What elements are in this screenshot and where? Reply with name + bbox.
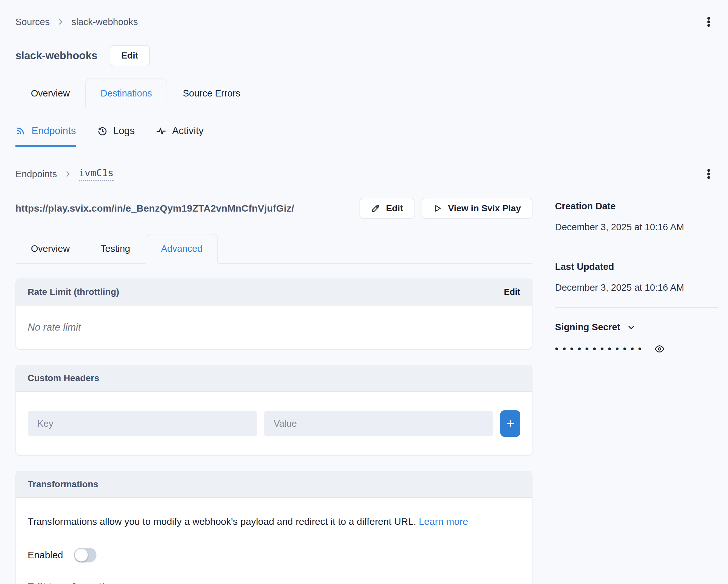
transformations-card: Transformations Transformations allow yo… xyxy=(16,471,532,584)
subtab-logs[interactable]: Logs xyxy=(97,125,135,147)
view-in-svix-play-button[interactable]: View in Svix Play xyxy=(421,198,532,219)
sidebar-divider xyxy=(555,247,718,247)
transformations-card-header: Transformations xyxy=(16,472,532,498)
breadcrumb-current: slack-webhooks xyxy=(71,17,138,27)
endpoint-sidebar: Creation Date December 3, 2025 at 10:16 … xyxy=(555,198,718,354)
enabled-label: Enabled xyxy=(28,550,63,560)
transformations-enabled-toggle[interactable] xyxy=(74,548,97,562)
rate-limit-title: Rate Limit (throttling) xyxy=(28,287,119,297)
breadcrumb-sources-link[interactable]: Sources xyxy=(16,17,50,27)
breadcrumb-endpoints-link[interactable]: Endpoints xyxy=(16,169,57,179)
endpoint-detail-page: Sources slack-webhooks slack-webhooks Ed… xyxy=(0,0,728,584)
header-value-input[interactable] xyxy=(264,411,493,436)
source-kebab-menu-icon[interactable] xyxy=(700,13,718,31)
page-title: slack-webhooks xyxy=(16,50,98,62)
history-icon xyxy=(97,126,107,136)
last-updated-section: Last Updated December 3, 2025 at 10:16 A… xyxy=(555,261,718,293)
breadcrumb: Sources slack-webhooks xyxy=(16,17,138,27)
title-row: slack-webhooks Edit xyxy=(16,45,718,66)
endpoint-id[interactable]: ivmC1s xyxy=(79,167,113,181)
tab-overview[interactable]: Overview xyxy=(16,78,85,108)
last-updated-label: Last Updated xyxy=(555,261,718,272)
subtab-endpoints-label: Endpoints xyxy=(31,125,76,137)
tab-source-errors[interactable]: Source Errors xyxy=(167,78,256,108)
header-key-input[interactable] xyxy=(28,411,257,436)
edit-source-button[interactable]: Edit xyxy=(110,45,150,66)
endpoint-url-row: https://play.svix.com/in/e_BenzQym19ZTA2… xyxy=(16,198,532,219)
rate-limit-empty-text: No rate limit xyxy=(28,322,81,333)
rate-limit-card-header: Rate Limit (throttling) Edit xyxy=(16,279,532,305)
signing-secret-value-row: •••••••••••• xyxy=(555,344,718,354)
activity-icon xyxy=(156,126,166,136)
tab-destinations[interactable]: Destinations xyxy=(85,78,167,108)
rate-limit-card: Rate Limit (throttling) Edit No rate lim… xyxy=(16,279,532,350)
view-in-svix-play-label: View in Svix Play xyxy=(448,203,521,213)
signing-secret-label: Signing Secret xyxy=(555,322,620,332)
rate-limit-edit-button[interactable]: Edit xyxy=(504,287,520,297)
subtab-activity[interactable]: Activity xyxy=(156,125,204,147)
signing-secret-mask: •••••••••••• xyxy=(555,344,646,354)
endpoint-tabbar: Overview Testing Advanced xyxy=(16,234,532,264)
tab-endpoint-advanced[interactable]: Advanced xyxy=(146,234,218,264)
transformations-description-text: Transformations allow you to modify a we… xyxy=(28,516,416,527)
tab-endpoint-testing[interactable]: Testing xyxy=(85,234,146,264)
custom-headers-card-body: + xyxy=(16,392,532,455)
rate-limit-card-body: No rate limit xyxy=(16,305,532,349)
chevron-right-icon xyxy=(64,170,72,178)
transformations-description: Transformations allow you to modify a we… xyxy=(28,514,516,530)
signing-secret-section: Signing Secret •••••••••••• xyxy=(555,322,718,354)
transformations-enabled-row: Enabled xyxy=(28,548,520,562)
creation-date-section: Creation Date December 3, 2025 at 10:16 … xyxy=(555,201,718,232)
endpoint-url-actions: Edit View in Svix Play xyxy=(360,198,532,219)
subtab-logs-label: Logs xyxy=(113,125,135,137)
source-tabbar: Overview Destinations Source Errors xyxy=(16,78,718,108)
subtab-endpoints[interactable]: Endpoints xyxy=(16,125,76,147)
learn-more-link[interactable]: Learn more xyxy=(419,516,468,527)
chevron-down-icon xyxy=(627,323,636,332)
signing-secret-toggle[interactable]: Signing Secret xyxy=(555,322,718,332)
custom-headers-card-header: Custom Headers xyxy=(16,365,532,392)
play-icon xyxy=(433,204,442,213)
subtab-activity-label: Activity xyxy=(172,125,204,137)
eye-icon[interactable] xyxy=(654,344,665,354)
custom-headers-title: Custom Headers xyxy=(28,373,99,383)
creation-date-value: December 3, 2025 at 10:16 AM xyxy=(555,222,718,232)
toggle-knob xyxy=(75,549,88,561)
top-breadcrumb-row: Sources slack-webhooks xyxy=(16,13,718,31)
last-updated-value: December 3, 2025 at 10:16 AM xyxy=(555,282,718,293)
endpoint-breadcrumb: Endpoints ivmC1s xyxy=(16,167,113,181)
main-area: https://play.svix.com/in/e_BenzQym19ZTA2… xyxy=(16,198,718,584)
custom-headers-card: Custom Headers + xyxy=(16,365,532,456)
pencil-icon xyxy=(371,204,380,213)
endpoint-main-column: https://play.svix.com/in/e_BenzQym19ZTA2… xyxy=(16,198,532,584)
endpoint-url: https://play.svix.com/in/e_BenzQym19ZTA2… xyxy=(16,203,294,214)
edit-endpoint-button[interactable]: Edit xyxy=(360,198,415,219)
edit-transformation-link[interactable]: Edit transformation xyxy=(28,581,117,584)
chevron-right-icon xyxy=(57,18,64,26)
transformations-card-body: Transformations allow you to modify a we… xyxy=(16,498,532,584)
creation-date-label: Creation Date xyxy=(555,201,718,211)
rss-icon xyxy=(16,126,26,136)
endpoint-kebab-menu-icon[interactable] xyxy=(700,165,718,183)
edit-endpoint-label: Edit xyxy=(386,203,403,213)
add-header-button[interactable]: + xyxy=(500,410,520,437)
endpoint-breadcrumb-row: Endpoints ivmC1s xyxy=(16,165,718,183)
tab-endpoint-overview[interactable]: Overview xyxy=(16,234,85,264)
custom-header-row: + xyxy=(28,408,520,439)
sidebar-divider xyxy=(555,307,718,308)
transformations-title: Transformations xyxy=(28,479,98,489)
destination-subtabs: Endpoints Logs Activity xyxy=(16,125,718,147)
